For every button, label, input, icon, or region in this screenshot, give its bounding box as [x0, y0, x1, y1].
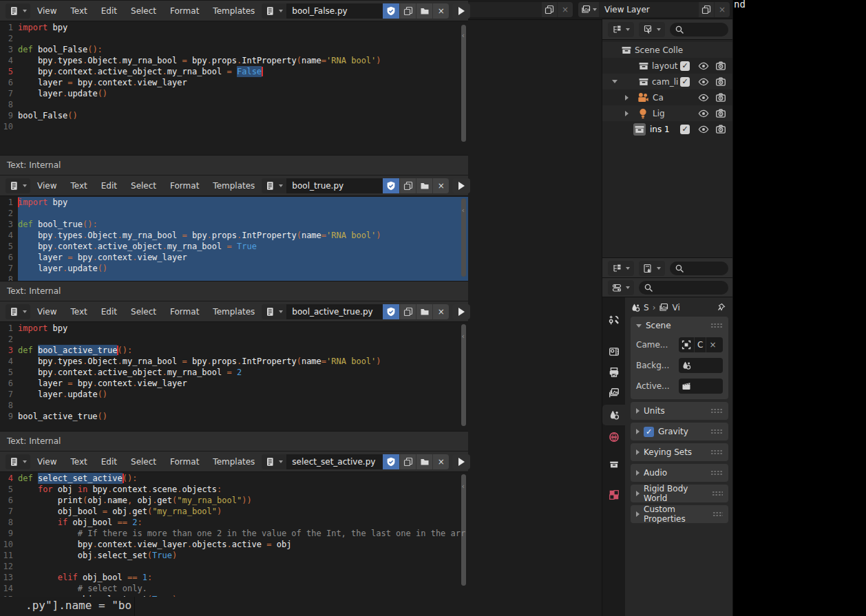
properties-tab-collection[interactable] — [602, 454, 625, 475]
panel-header[interactable]: Units — [631, 402, 728, 420]
editor-scrollbar[interactable] — [461, 25, 466, 142]
hide-eye-toggle[interactable] — [698, 108, 709, 119]
text-filename[interactable]: bool_true.py — [286, 178, 383, 193]
outliner-row-layout[interactable]: layout✓ — [602, 58, 732, 74]
collection-checkbox[interactable]: ✓ — [679, 61, 690, 72]
panel-header[interactable]: Keying Sets — [631, 443, 728, 461]
text-filename[interactable]: bool_False.py — [286, 3, 383, 19]
info-log-line[interactable]: ol_active_true.p — [0, 613, 134, 616]
fake-user-shield-button[interactable] — [383, 178, 399, 193]
editor-menu-text[interactable]: Text — [63, 1, 94, 21]
breadcrumb-scene[interactable]: S — [644, 303, 649, 312]
text-datablock-browse-button[interactable] — [262, 3, 286, 19]
render-visibility-toggle[interactable] — [715, 76, 726, 87]
editor-menu-format[interactable]: Format — [163, 176, 206, 195]
collapse-region-chevron[interactable]: ‹ — [461, 481, 465, 492]
open-text-button[interactable] — [416, 3, 432, 19]
add-view-layer-button[interactable] — [699, 2, 714, 17]
code-area[interactable]: 12345678910import bpydef bool_False(): b… — [0, 21, 468, 156]
unlink-text-button[interactable]: × — [432, 3, 449, 19]
editor-menu-select[interactable]: Select — [124, 452, 163, 471]
secondary-outliner-type-button[interactable] — [608, 261, 634, 276]
new-text-button[interactable] — [399, 454, 416, 469]
open-text-button[interactable] — [416, 178, 432, 193]
fake-user-shield-button[interactable] — [383, 3, 399, 19]
editor-menu-text[interactable]: Text — [63, 176, 94, 195]
editor-menu-templates[interactable]: Templates — [206, 452, 262, 471]
editor-menu-text[interactable]: Text — [63, 452, 94, 471]
collection-checkbox[interactable]: ✓ — [679, 76, 690, 87]
editor-menu-templates[interactable]: Templates — [206, 302, 262, 321]
new-text-button[interactable] — [399, 304, 416, 319]
breadcrumb-viewlayer[interactable]: Vi — [672, 303, 679, 312]
editor-menu-edit[interactable]: Edit — [94, 176, 124, 195]
field-widget-active[interactable] — [679, 379, 723, 394]
text-filename[interactable]: bool_active_true.py — [286, 304, 383, 319]
properties-search-input[interactable] — [639, 281, 728, 295]
collapse-region-chevron[interactable]: ‹ — [461, 30, 465, 41]
editor-menu-edit[interactable]: Edit — [94, 1, 124, 21]
editor-menu-format[interactable]: Format — [163, 452, 206, 471]
expander-right-icon[interactable] — [621, 108, 632, 119]
editor-menu-select[interactable]: Select — [124, 1, 163, 21]
properties-tab-view-layer[interactable] — [602, 383, 625, 403]
panel-scene-header[interactable]: Scene — [631, 317, 728, 334]
panel-grip[interactable] — [710, 429, 723, 434]
properties-tab-scene[interactable] — [602, 405, 625, 425]
editor-menu-select[interactable]: Select — [124, 302, 163, 321]
view-layer-selector[interactable]: View Layer × — [578, 2, 730, 17]
editor-menu-select[interactable]: Select — [124, 176, 163, 195]
outliner-row-ins-1[interactable]: ins 1✓ — [602, 121, 732, 137]
code-area[interactable]: 12345678import bpydef bool_true(): bpy.t… — [0, 195, 468, 282]
outliner-row-ca[interactable]: Ca — [602, 89, 732, 105]
outliner-display-mode-button[interactable] — [639, 261, 665, 276]
panel-checkbox[interactable]: ✓ — [644, 427, 654, 437]
new-scene-button[interactable] — [542, 2, 557, 17]
collection-checkbox[interactable]: ✓ — [679, 124, 690, 135]
outliner-row-cam_li[interactable]: cam_li✓ — [602, 74, 732, 89]
properties-tab-output[interactable] — [602, 362, 625, 383]
unlink-text-button[interactable]: × — [432, 178, 449, 193]
secondary-search-input[interactable] — [670, 262, 728, 275]
clear-field-button[interactable]: × — [706, 337, 719, 352]
text-filename[interactable]: select_set_active.py — [286, 454, 383, 469]
panel-header[interactable]: Rigid Body World — [631, 485, 728, 502]
panel-header[interactable]: Custom Properties — [631, 505, 728, 523]
outliner-row-lig[interactable]: Lig — [602, 105, 732, 121]
properties-tab-texture[interactable] — [602, 485, 625, 505]
render-visibility-toggle[interactable] — [715, 92, 726, 103]
field-widget-came[interactable]: C× — [679, 337, 723, 352]
remove-view-layer-button[interactable]: × — [715, 2, 730, 17]
editor-menu-format[interactable]: Format — [163, 1, 206, 21]
editor-menu-view[interactable]: View — [30, 176, 63, 195]
collapse-region-chevron[interactable]: ‹ — [461, 331, 465, 342]
properties-tab-tool[interactable] — [602, 310, 625, 330]
run-script-button[interactable] — [452, 304, 470, 319]
hide-eye-toggle[interactable] — [698, 76, 709, 87]
panel-grip[interactable] — [710, 449, 723, 455]
expander-right-icon[interactable] — [621, 92, 632, 103]
run-script-button[interactable] — [452, 3, 470, 19]
text-editor-type-button[interactable] — [6, 3, 30, 19]
fake-user-shield-button[interactable] — [383, 304, 399, 319]
pin-icon[interactable] — [716, 303, 726, 312]
panel-grip[interactable] — [710, 323, 723, 328]
new-text-button[interactable] — [399, 3, 416, 19]
editor-menu-view[interactable]: View — [30, 1, 63, 21]
unlink-text-button[interactable]: × — [432, 454, 449, 469]
panel-header[interactable]: ✓Gravity — [631, 423, 728, 440]
editor-menu-edit[interactable]: Edit — [94, 452, 124, 471]
outliner-row-scene-colle[interactable]: Scene Colle — [602, 42, 732, 58]
code-area[interactable]: 123456789import bpydef bool_active_true(… — [0, 321, 468, 432]
open-text-button[interactable] — [416, 454, 432, 469]
text-datablock-browse-button[interactable] — [262, 178, 286, 193]
open-text-button[interactable] — [416, 304, 432, 319]
outliner-filter-button[interactable] — [639, 22, 665, 37]
expander-down-icon[interactable] — [609, 76, 620, 87]
editor-menu-view[interactable]: View — [30, 452, 63, 471]
run-script-button[interactable] — [452, 178, 470, 193]
fake-user-shield-button[interactable] — [383, 454, 399, 469]
collapse-region-chevron[interactable]: ‹ — [461, 205, 465, 216]
unlink-scene-button[interactable]: × — [558, 2, 573, 17]
hide-eye-toggle[interactable] — [698, 61, 709, 72]
